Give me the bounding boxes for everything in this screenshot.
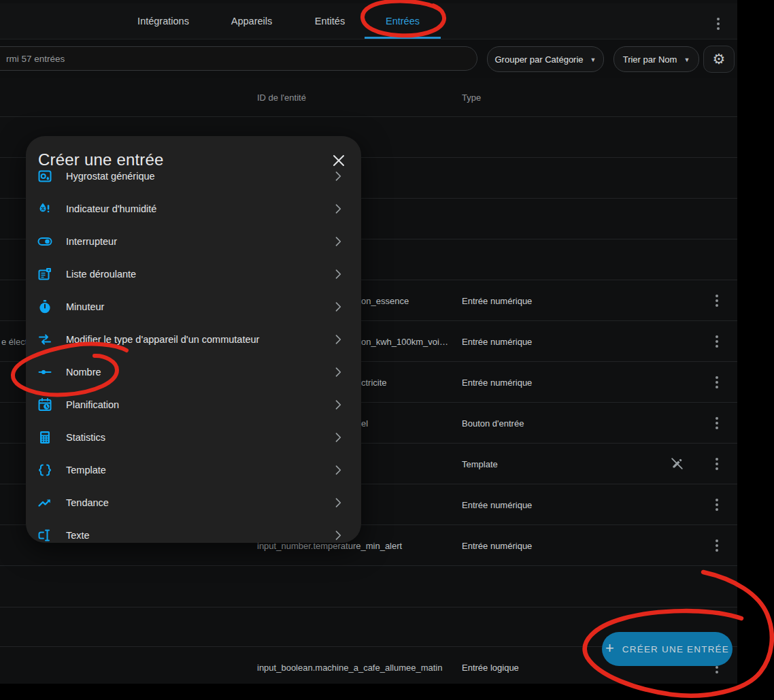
chevron-right-icon: [331, 431, 345, 444]
create-entry-dialog: Créer une entrée Hygrostat génériqueIndi…: [26, 136, 361, 543]
sort-by-label: Trier par Nom: [623, 54, 677, 65]
entity-id-cell: input_boolean.machine_a_cafe_allumee_mat…: [257, 662, 442, 672]
entity-id-cell: on_essence: [361, 295, 409, 305]
tab-intégrations[interactable]: Intégrations: [137, 3, 189, 39]
settings-gear-button[interactable]: ⚙: [703, 46, 735, 73]
chevron-down-icon: ▼: [590, 56, 596, 63]
dialog-item-planification[interactable]: Planification: [26, 388, 361, 421]
entity-id-cell: ctricite: [361, 377, 387, 387]
row-menu-icon[interactable]: [710, 496, 724, 514]
number-slider-icon: [37, 364, 53, 380]
plus-icon: +: [605, 641, 614, 656]
dialog-item-label: Interrupteur: [66, 225, 117, 258]
braces-icon: [37, 462, 53, 478]
entity-id-cell: el: [361, 418, 368, 428]
dialog-item-nombre[interactable]: Nombre: [26, 356, 361, 388]
column-header-type: Type: [462, 78, 481, 116]
sort-by-button[interactable]: Trier par Nom ▼: [613, 46, 699, 72]
timer-icon: [37, 299, 53, 315]
type-cell: Entrée numérique: [462, 295, 532, 305]
group-by-label: Grouper par Catégorie: [495, 54, 584, 65]
calculator-icon: [37, 429, 53, 446]
dialog-item-statistics[interactable]: Statistics: [26, 421, 361, 454]
dialog-item-label: Hygrostat générique: [66, 160, 155, 193]
gear-icon: ⚙: [713, 51, 726, 67]
dialog-item-interrupteur[interactable]: Interrupteur: [26, 225, 361, 258]
dialog-item-label: Liste déroulante: [66, 258, 136, 290]
row-menu-icon[interactable]: [710, 455, 724, 473]
table-header: ID de l'entité Type: [0, 78, 737, 116]
top-tab-bar: IntégrationsAppareilsEntitésEntrées: [0, 3, 737, 39]
chevron-right-icon: [331, 333, 345, 346]
column-header-entity-id: ID de l'entité: [257, 78, 306, 116]
row-menu-icon[interactable]: [710, 537, 724, 554]
calendar-clock-icon: [37, 397, 53, 413]
type-cell: Entrée logique: [462, 662, 519, 672]
chevron-right-icon: [331, 496, 345, 510]
create-entry-label: CRÉER UNE ENTRÉE: [622, 644, 729, 654]
chevron-right-icon: [331, 169, 345, 183]
dialog-item-indicateur-d-humidit-[interactable]: Indicateur d'humidité: [26, 193, 361, 225]
chevron-right-icon: [331, 267, 345, 281]
chevron-right-icon: [331, 365, 345, 379]
dialog-item-label: Texte: [66, 519, 90, 543]
dialog-item-label: Tendance: [66, 486, 109, 519]
search-input[interactable]: rmi 57 entrées: [0, 46, 477, 71]
row-menu-icon[interactable]: [710, 414, 724, 432]
app-window: IntégrationsAppareilsEntitésEntrées rmi …: [0, 0, 774, 700]
type-cell: Entrée numérique: [462, 540, 532, 550]
humidity-indicator-icon: [37, 201, 53, 217]
swap-horizontal-icon: [37, 331, 53, 348]
trending-up-icon: [37, 495, 53, 511]
dialog-item-label: Statistics: [66, 421, 105, 454]
dropdown-list-icon: [37, 266, 53, 282]
dialog-item-label: Modifier le type d'appareil d'un commuta…: [66, 323, 259, 356]
row-menu-icon[interactable]: [710, 333, 724, 350]
create-entry-button[interactable]: + CRÉER UNE ENTRÉE: [602, 632, 733, 666]
chevron-right-icon: [331, 398, 345, 412]
tab-entités[interactable]: Entités: [315, 3, 345, 39]
type-cell: Template: [462, 459, 498, 469]
dialog-item-tendance[interactable]: Tendance: [26, 486, 361, 519]
overflow-menu-icon[interactable]: [711, 15, 725, 33]
row-menu-icon[interactable]: [710, 292, 724, 310]
table-row: [0, 565, 737, 607]
main-content: IntégrationsAppareilsEntitésEntrées rmi …: [0, 0, 737, 684]
tab-appareils[interactable]: Appareils: [231, 3, 272, 39]
row-menu-icon[interactable]: [710, 373, 724, 391]
chevron-right-icon: [331, 529, 345, 542]
dialog-item-minuteur[interactable]: Minuteur: [26, 290, 361, 323]
toolbar: rmi 57 entrées Grouper par Catégorie ▼ T…: [0, 39, 737, 78]
type-cell: Entrée numérique: [462, 377, 532, 387]
dialog-item-label: Minuteur: [66, 290, 104, 323]
row-name-fragment: e élect: [1, 336, 27, 346]
dialog-item-label: Indicateur d'humidité: [66, 193, 156, 225]
dialog-item-modifier-le-type-d-appareil-d-un-commutateur[interactable]: Modifier le type d'appareil d'un commuta…: [26, 323, 361, 356]
pencil-off-icon: [669, 456, 684, 471]
dialog-item-liste-d-roulante[interactable]: Liste déroulante: [26, 258, 361, 290]
dialog-item-texte[interactable]: Texte: [26, 519, 361, 543]
dialog-item-hygrostat-g-n-rique[interactable]: Hygrostat générique: [26, 160, 361, 193]
active-tab-underline: [365, 37, 441, 39]
dialog-item-label: Planification: [66, 388, 119, 421]
type-cell: Entrée numérique: [462, 336, 532, 346]
type-cell: Entrée numérique: [462, 499, 532, 510]
chevron-down-icon: ▼: [684, 56, 690, 63]
type-cell: Bouton d'entrée: [462, 418, 524, 428]
textbox-icon: [37, 527, 53, 543]
dialog-item-label: Nombre: [66, 356, 101, 388]
toggle-switch-icon: [37, 233, 53, 250]
entity-id-cell: on_kwh_100km_voi…: [361, 336, 448, 346]
search-text: rmi 57 entrées: [0, 54, 65, 64]
chevron-right-icon: [331, 202, 345, 216]
group-by-button[interactable]: Grouper par Catégorie ▼: [487, 46, 604, 72]
chevron-right-icon: [331, 463, 345, 477]
chevron-right-icon: [331, 300, 345, 314]
hygrostat-icon: [37, 168, 53, 184]
dialog-item-template[interactable]: Template: [26, 454, 361, 486]
tab-entrées[interactable]: Entrées: [386, 3, 420, 39]
chevron-right-icon: [331, 235, 345, 248]
dialog-item-label: Template: [66, 454, 106, 486]
